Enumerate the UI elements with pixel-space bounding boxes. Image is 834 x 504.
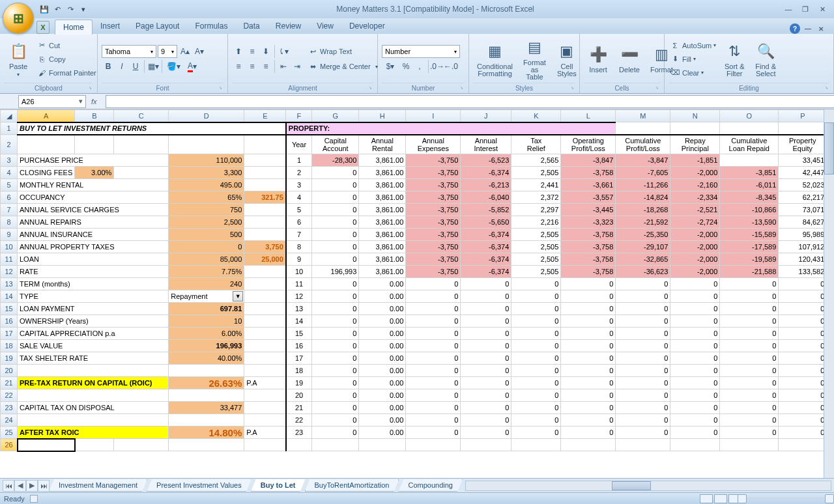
spreadsheet-grid[interactable]: ◢ABCDEFGHIJKLMNOP 1BUY TO LET INVESTMENT…	[0, 109, 834, 478]
clear-button[interactable]: ⌫Clear▾	[669, 66, 717, 79]
align-middle-icon[interactable]: ≡	[246, 45, 259, 58]
align-left-icon[interactable]: ≡	[232, 60, 245, 73]
sheet-tab-buy-to-let[interactable]: Buy to Let	[251, 479, 306, 492]
minimize-button[interactable]: —	[782, 4, 795, 14]
find-select-button[interactable]: 🔍Find & Select	[751, 40, 780, 79]
column-header-L[interactable]: L	[561, 110, 616, 122]
row-header[interactable]: 16	[1, 315, 18, 328]
row-header[interactable]: 11	[1, 253, 18, 266]
row-header[interactable]: 24	[1, 414, 18, 427]
row-header[interactable]: 3	[1, 154, 18, 167]
column-header-D[interactable]: D	[169, 110, 244, 122]
column-header-E[interactable]: E	[244, 110, 286, 122]
save-icon[interactable]: 💾	[39, 4, 50, 14]
align-top-icon[interactable]: ⬆	[232, 45, 245, 58]
decrease-font-icon[interactable]: A▾	[193, 45, 206, 58]
tab-home[interactable]: Home	[55, 20, 93, 35]
border-button[interactable]: ▦▾	[147, 60, 160, 73]
next-sheet-icon[interactable]: ▶	[26, 480, 38, 492]
format-as-table-button[interactable]: ▤Format as Table	[519, 36, 550, 82]
first-sheet-icon[interactable]: ⏮	[3, 480, 14, 492]
percent-button[interactable]: %	[399, 60, 412, 73]
qat-dropdown-icon[interactable]: ▾	[78, 4, 89, 14]
font-name-selector[interactable]: Tahoma▾	[102, 45, 156, 58]
column-header-N[interactable]: N	[670, 110, 720, 122]
insert-button[interactable]: ➕Insert	[584, 43, 612, 75]
conditional-formatting-button[interactable]: ▦Conditional Formatting	[473, 40, 517, 79]
sort-filter-button[interactable]: ⇅Sort & Filter	[720, 40, 749, 79]
redo-icon[interactable]: ↷	[65, 4, 76, 14]
column-header-O[interactable]: O	[720, 110, 779, 122]
row-header[interactable]: 7	[1, 204, 18, 216]
column-header-G[interactable]: G	[312, 110, 359, 122]
row-header[interactable]: 23	[1, 402, 18, 414]
select-all-corner[interactable]: ◢	[1, 110, 18, 122]
vertical-scrollbar[interactable]	[824, 109, 834, 478]
align-right-icon[interactable]: ≡	[259, 60, 272, 73]
tab-review[interactable]: Review	[268, 19, 309, 34]
align-center-icon[interactable]: ≡	[246, 60, 259, 73]
row-header[interactable]: 4	[1, 167, 18, 179]
row-header[interactable]: 22	[1, 389, 18, 402]
column-header-H[interactable]: H	[359, 110, 406, 122]
tab-developer[interactable]: Developer	[341, 19, 393, 34]
wrap-text-button[interactable]: ↩Wrap Text	[306, 45, 379, 58]
minimize-ribbon-icon[interactable]: —	[803, 23, 813, 34]
row-header[interactable]: 25	[1, 427, 18, 439]
underline-button[interactable]: U	[129, 60, 142, 73]
last-sheet-icon[interactable]: ⏭	[38, 480, 50, 492]
tab-insert[interactable]: Insert	[93, 19, 128, 34]
row-header[interactable]: 15	[1, 303, 18, 315]
column-header-K[interactable]: K	[511, 110, 561, 122]
increase-font-icon[interactable]: A▴	[179, 45, 192, 58]
column-header-C[interactable]: C	[114, 110, 169, 122]
fill-color-button[interactable]: 🪣▾	[164, 60, 182, 73]
column-header-A[interactable]: A	[18, 110, 75, 122]
align-bottom-icon[interactable]: ⬇	[259, 45, 272, 58]
currency-button[interactable]: $▾	[382, 60, 399, 73]
sheet-tab-compounding[interactable]: Compounding	[398, 479, 463, 492]
normal-view-icon[interactable]	[700, 494, 713, 503]
column-header-J[interactable]: J	[461, 110, 511, 122]
row-header[interactable]: 12	[1, 266, 18, 278]
tab-data[interactable]: Data	[235, 19, 267, 34]
row-header[interactable]: 13	[1, 278, 18, 290]
macro-record-icon[interactable]	[30, 495, 38, 503]
name-box[interactable]: A26▾	[18, 95, 86, 108]
autosum-button[interactable]: ΣAutoSum▾	[669, 39, 717, 52]
cell-styles-button[interactable]: ▣Cell Styles	[553, 40, 581, 79]
row-header[interactable]: 8	[1, 216, 18, 229]
decrease-indent-icon[interactable]: ⇤	[277, 60, 290, 73]
row-header[interactable]: 20	[1, 365, 18, 377]
paste-button[interactable]: 📋 Paste ▾	[4, 40, 33, 79]
font-size-selector[interactable]: 9▾	[158, 45, 177, 58]
restore-button[interactable]: ❐	[799, 4, 812, 14]
row-header[interactable]: 9	[1, 229, 18, 241]
row-header[interactable]: 2	[1, 135, 18, 154]
undo-icon[interactable]: ↶	[52, 4, 63, 14]
zoom-slider[interactable]	[747, 497, 825, 500]
column-header-I[interactable]: I	[406, 110, 461, 122]
sheet-tab-investment-management[interactable]: Investment Management	[49, 479, 147, 492]
row-header[interactable]: 10	[1, 241, 18, 253]
orientation-icon[interactable]: ⤹▾	[277, 45, 290, 58]
column-header-P[interactable]: P	[779, 110, 827, 122]
column-header-B[interactable]: B	[75, 110, 114, 122]
formula-input[interactable]	[106, 95, 834, 108]
row-header[interactable]: 1	[1, 122, 18, 135]
column-header-M[interactable]: M	[616, 110, 670, 122]
sheet-tab-present-investment-values[interactable]: Present Investment Values	[147, 479, 252, 492]
row-header[interactable]: 26	[1, 439, 18, 451]
column-header-F[interactable]: F	[286, 110, 312, 122]
row-header[interactable]: 5	[1, 179, 18, 191]
row-header[interactable]: 19	[1, 352, 18, 365]
horizontal-scrollbar[interactable]	[465, 481, 831, 491]
fx-icon[interactable]: fx	[91, 98, 103, 105]
close-workbook-icon[interactable]: ✕	[816, 23, 826, 34]
type-dropdown[interactable]: Repayment▼	[169, 290, 244, 303]
row-header[interactable]: 6	[1, 191, 18, 204]
row-header[interactable]: 18	[1, 340, 18, 352]
increase-indent-icon[interactable]: ⇥	[291, 60, 304, 73]
row-header[interactable]: 21	[1, 377, 18, 389]
tab-view[interactable]: View	[309, 19, 341, 34]
